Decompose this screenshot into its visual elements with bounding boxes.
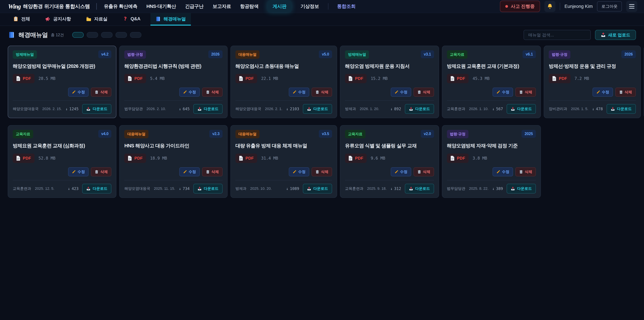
delete-button[interactable]: 삭제 <box>414 88 434 97</box>
category-badge: 교육자료 <box>345 130 366 138</box>
manual-card[interactable]: 법령·규정 2025 해양오염방제 자재·약제 검정 기준 PDF 3.8 MB… <box>442 125 541 198</box>
nav-item[interactable]: 통합조회 <box>328 3 356 10</box>
manual-card[interactable]: 대응매뉴얼 v2.3 HNS 해양사고 대응 가이드라인 PDF 18.9 MB… <box>119 125 228 198</box>
delete-button[interactable]: 삭제 <box>312 88 332 97</box>
delete-button[interactable]: 삭제 <box>515 88 536 97</box>
edit-button[interactable]: 수정 <box>289 88 309 97</box>
filter-chip[interactable] <box>101 32 112 38</box>
download-count: ↓ 478 <box>592 107 603 111</box>
download-button[interactable]: 다운로드 <box>82 184 111 193</box>
edit-button[interactable]: 수정 <box>68 88 88 97</box>
download-button[interactable]: 다운로드 <box>405 104 434 114</box>
edit-button[interactable]: 수정 <box>492 167 513 176</box>
document-icon <box>128 76 132 81</box>
notification-bell-button[interactable] <box>544 1 556 12</box>
document-icon <box>450 156 455 161</box>
pencil-icon <box>394 90 398 94</box>
pdf-badge: PDF <box>13 154 34 163</box>
nav-item[interactable]: HNS·대기확산 <box>146 3 176 10</box>
hamburger-menu-icon <box>629 4 634 9</box>
upload-date: 2026. 1. 10. <box>469 107 488 111</box>
delete-button[interactable]: 삭제 <box>202 88 222 97</box>
file-size: 3.8 MB <box>472 156 487 161</box>
download-button[interactable]: 다운로드 <box>405 184 434 193</box>
divider <box>447 180 536 180</box>
download-button[interactable]: 다운로드 <box>193 104 222 114</box>
file-type-label: PDF <box>134 156 143 161</box>
download-button[interactable]: 다운로드 <box>82 104 111 114</box>
edit-button[interactable]: 수정 <box>391 88 411 97</box>
megaphone-icon <box>45 16 50 22</box>
edit-button[interactable]: 수정 <box>68 167 88 176</box>
board-tab[interactable]: 공지사항 <box>40 13 76 26</box>
board-tab[interactable]: 전체 <box>8 13 35 26</box>
manual-card[interactable]: 방제매뉴얼 v4.2 해양오염방제 업무매뉴얼 (2026 개정판) PDF 2… <box>8 46 116 118</box>
version-badge: 2026 <box>621 50 636 58</box>
file-type-label: PDF <box>457 76 466 81</box>
board-tab[interactable]: ? Q&A <box>118 13 146 26</box>
down-arrow-icon: ↓ <box>68 186 70 191</box>
pencil-icon <box>292 170 296 174</box>
app-logo[interactable]: Wing 해양환경 위기대응 통합시스템 <box>8 3 90 10</box>
download-count: ↓ 734 <box>179 186 190 191</box>
manual-card[interactable]: 교육자료 v2.0 유류오염 식별 및 샘플링 실무 교재 PDF 9.6 MB… <box>340 125 439 198</box>
edit-button[interactable]: 수정 <box>391 167 411 176</box>
manual-card[interactable]: 대응매뉴얼 v5.0 해양오염사고 초동대응 매뉴얼 PDF 22.1 MB 수… <box>230 46 337 118</box>
delete-button[interactable]: 삭제 <box>615 88 636 97</box>
download-button[interactable]: 다운로드 <box>303 184 332 193</box>
file-type-label: PDF <box>23 156 31 161</box>
filter-chip[interactable] <box>72 32 84 38</box>
download-button[interactable]: 다운로드 <box>606 104 636 114</box>
edit-button[interactable]: 수정 <box>179 88 200 97</box>
edit-button[interactable]: 수정 <box>592 88 613 97</box>
filter-chip[interactable] <box>130 32 142 38</box>
delete-button[interactable]: 삭제 <box>312 167 332 176</box>
pdf-badge: PDF <box>345 74 367 83</box>
nav-item[interactable]: 게시판 <box>268 1 292 12</box>
file-size: 18.9 MB <box>150 156 167 161</box>
manual-card[interactable]: 교육자료 v6.1 방제요원 교육훈련 교재 (기본과정) PDF 45.3 M… <box>442 46 541 118</box>
incident-status-badge[interactable]: 사고 진행중 <box>500 1 540 12</box>
board-tab[interactable]: 자료실 <box>81 13 112 26</box>
edit-button[interactable]: 수정 <box>492 88 513 97</box>
nav-item[interactable]: 기상정보 <box>300 3 319 10</box>
trash-icon <box>315 170 319 174</box>
download-button[interactable]: 다운로드 <box>303 104 332 114</box>
edit-button[interactable]: 수정 <box>289 167 309 176</box>
pdf-badge: PDF <box>124 74 146 83</box>
nav-item[interactable]: 유출유 확산예측 <box>104 3 137 10</box>
delete-button[interactable]: 삭제 <box>202 167 222 176</box>
trash-icon <box>417 90 421 94</box>
delete-button[interactable]: 삭제 <box>91 88 111 97</box>
filter-chip[interactable] <box>87 32 98 38</box>
edit-button[interactable]: 수정 <box>179 167 200 176</box>
document-icon <box>128 156 132 161</box>
manual-title: 유류오염 식별 및 샘플링 실무 교재 <box>345 143 434 149</box>
manual-card[interactable]: 법령·규정 2026 해양환경관리법 시행규칙 (방제 관련) PDF 5.4 … <box>119 46 228 118</box>
down-arrow-icon: ↓ <box>492 107 494 111</box>
download-button[interactable]: 다운로드 <box>193 184 222 193</box>
board-tab[interactable]: 해경매뉴얼 <box>150 13 191 26</box>
incident-status-label: 사고 진행중 <box>511 3 535 10</box>
nav-item[interactable]: 항공탐색 <box>240 3 258 10</box>
hamburger-menu-button[interactable] <box>626 1 637 12</box>
department: 해양오염대응국 <box>124 186 150 191</box>
delete-button[interactable]: 삭제 <box>515 167 536 176</box>
filter-chip[interactable] <box>116 32 127 38</box>
delete-button[interactable]: 삭제 <box>91 167 111 176</box>
search-input[interactable] <box>524 30 591 40</box>
upload-button[interactable]: 새로 업로드 <box>595 30 636 40</box>
download-button[interactable]: 다운로드 <box>507 184 536 193</box>
nav-item[interactable]: 보고자료 <box>212 3 231 10</box>
manual-card[interactable]: 법령·규정 2026 방제선·방제정 운용 및 관리 규정 PDF 7.2 MB… <box>544 46 641 118</box>
file-type-label: PDF <box>355 76 364 81</box>
download-button[interactable]: 다운로드 <box>507 104 536 114</box>
download-icon <box>86 107 90 111</box>
delete-button[interactable]: 삭제 <box>414 167 434 176</box>
manual-title: 방제선·방제정 운용 및 관리 규정 <box>549 63 636 69</box>
logout-button[interactable]: 로그아웃 <box>597 1 622 12</box>
nav-item[interactable]: 긴급구난 <box>185 3 204 10</box>
manual-card[interactable]: 대응매뉴얼 v3.5 대량 유출유 방제 대응 체계 매뉴얼 PDF 31.4 … <box>230 125 337 198</box>
manual-card[interactable]: 방제매뉴얼 v3.1 해양오염 방제자원 운용 지침서 PDF 15.2 MB … <box>340 46 439 118</box>
manual-card[interactable]: 교육자료 v4.0 방제요원 교육훈련 교재 (심화과정) PDF 52.8 M… <box>8 125 116 198</box>
